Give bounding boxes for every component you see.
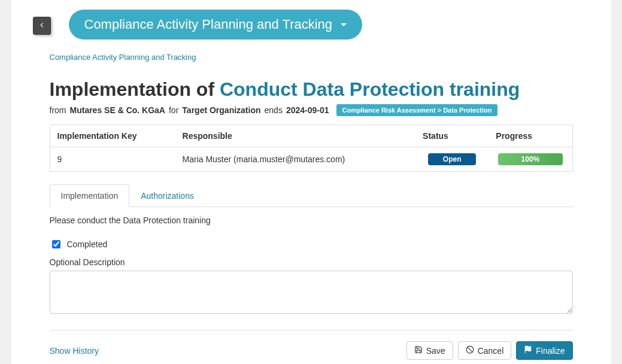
- th-status: Status: [415, 125, 489, 147]
- tab-implementation[interactable]: Implementation: [50, 184, 130, 207]
- optional-description-input[interactable]: [50, 271, 573, 314]
- page-title: Implementation of Conduct Data Protectio…: [50, 78, 573, 101]
- completed-label: Completed: [67, 239, 108, 249]
- svg-line-1: [468, 347, 472, 352]
- save-icon: [414, 345, 423, 356]
- details-table: Implementation Key Responsible Status Pr…: [50, 125, 573, 172]
- table-row: 9 Maria Muster (maria.muster@mutares.com…: [50, 147, 572, 172]
- th-responsible: Responsible: [175, 125, 416, 147]
- optional-description-label: Optional Description: [50, 257, 573, 267]
- cell-key: 9: [50, 147, 175, 172]
- chevron-down-icon: [341, 23, 347, 26]
- from-org: Mutares SE & Co. KGaA: [70, 105, 165, 115]
- page-subline: from Mutares SE & Co. KGaA for Target Or…: [50, 104, 573, 116]
- flag-icon: [524, 345, 532, 356]
- cell-progress: 100%: [489, 147, 572, 172]
- tab-authorizations[interactable]: Authorizations: [129, 184, 205, 207]
- for-label: for: [169, 105, 178, 115]
- divider: [50, 330, 573, 330]
- back-button[interactable]: [33, 17, 51, 35]
- cell-responsible: Maria Muster (maria.muster@mutares.com): [175, 147, 416, 172]
- save-button[interactable]: Save: [406, 341, 453, 360]
- cancel-button[interactable]: Cancel: [458, 341, 512, 360]
- save-label: Save: [426, 346, 445, 356]
- status-badge: Open: [428, 153, 476, 165]
- completed-checkbox[interactable]: [52, 240, 60, 248]
- module-dropdown-label: Compliance Activity Planning and Trackin…: [84, 17, 333, 32]
- module-dropdown[interactable]: Compliance Activity Planning and Trackin…: [69, 10, 363, 40]
- progress-value: 100%: [521, 155, 540, 163]
- th-key: Implementation Key: [50, 125, 175, 147]
- finalize-label: Finalize: [536, 346, 565, 356]
- title-highlight: Conduct Data Protection training: [220, 78, 520, 100]
- th-progress: Progress: [489, 125, 572, 147]
- ends-label: ends: [265, 105, 283, 115]
- cancel-label: Cancel: [478, 346, 504, 356]
- cell-status: Open: [415, 147, 489, 172]
- ends-date: 2024-09-01: [286, 105, 329, 115]
- for-org: Target Organization: [182, 105, 260, 115]
- cancel-icon: [466, 345, 474, 356]
- from-label: from: [50, 105, 66, 115]
- breadcrumb[interactable]: Compliance Activity Planning and Trackin…: [50, 53, 573, 62]
- tab-bar: Implementation Authorizations: [50, 184, 573, 207]
- finalize-button[interactable]: Finalize: [516, 341, 572, 360]
- category-badge: Compliance Risk Assessment > Data Protec…: [336, 104, 498, 116]
- progress-bar: 100%: [498, 153, 563, 165]
- title-prefix: Implementation of: [50, 78, 215, 100]
- chevron-left-icon: [38, 21, 46, 31]
- instruction-text: Please conduct the Data Protection train…: [50, 216, 573, 225]
- show-history-link[interactable]: Show History: [50, 346, 99, 356]
